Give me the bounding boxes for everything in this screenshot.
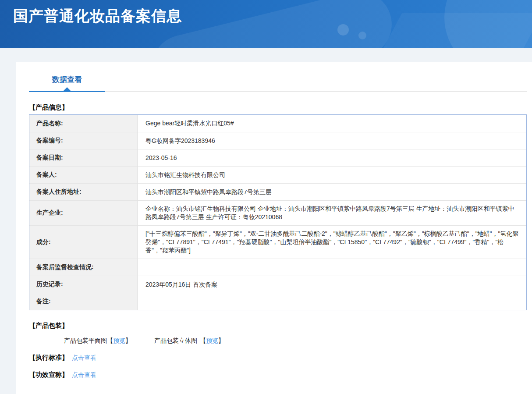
table-row-supervision: 备案后监督检查情况: [29,259,526,276]
row-value: 2023年05月16日 首次备案 [138,276,526,293]
tab-data-view[interactable]: 数据查看 [29,75,105,92]
table-row-ingredients: 成分: ["十三烷醇偏苯三酸酯"，"聚异丁烯"，"双-二甘油多酰基己二酸酯-2"… [29,225,526,259]
row-value: 粤G妆网备字2023183946 [138,132,526,149]
banner-decoration-skew [369,13,532,48]
table-row-filer: 备案人: 汕头市铭汇生物科技有限公司 [29,166,526,183]
banner-decoration-band [145,0,399,48]
table-row-remark: 备注: [29,293,526,310]
row-value: Gege bear轻时柔滑水光口红05# [138,115,526,132]
section-title-product-info: 【产品信息】 [29,103,527,112]
page-header-banner: 国产普通化妆品备案信息 [0,0,532,48]
efficacy-claim-title: 【功效宣称】 [29,371,68,379]
packaging-solid-preview-link[interactable]: 预览 [206,337,218,344]
bracket-close: 】 [218,337,224,344]
bracket-open: 【 [200,337,206,344]
row-value [138,293,526,310]
row-label: 备案人: [29,166,138,183]
table-row-product-name: 产品名称: Gege bear轻时柔滑水光口红05# [29,115,526,132]
table-row-filing-date: 备案日期: 2023-05-16 [29,149,526,166]
row-value: 汕头市铭汇生物科技有限公司 [138,166,526,183]
packaging-solid-label: 产品包装立体图 [154,337,197,344]
packaging-flat-preview-link[interactable]: 预览 [113,337,125,344]
exec-standard-row: 【执行标准】 点击查看 [29,354,527,362]
row-value [138,259,526,276]
packaging-flat-group: 产品包装平面图【预览】 [64,337,131,345]
packaging-flat-label: 产品包装平面图 [64,337,107,344]
row-label: 备案后监督检查情况: [29,259,138,276]
packaging-row: 产品包装平面图【预览】 产品包装立体图【预览】 [64,337,527,345]
table-row-filing-number: 备案编号: 粤G妆网备字2023183946 [29,132,526,149]
row-value: 2023-05-16 [138,149,526,166]
efficacy-claim-view-link[interactable]: 点击查看 [72,371,96,379]
bracket-close: 】 [125,337,131,344]
row-label: 成分: [29,225,138,259]
efficacy-claim-row: 【功效宣称】 点击查看 [29,371,527,379]
exec-standard-view-link[interactable]: 点击查看 [72,354,96,362]
content-card: 数据查看 【产品信息】 产品名称: Gege bear轻时柔滑水光口红05# 备… [16,62,532,394]
banner-decoration-circle-tiny [358,32,366,39]
table-row-history: 历史记录: 2023年05月16日 首次备案 [29,276,526,293]
exec-standard-title: 【执行标准】 [29,354,68,362]
row-label: 历史记录: [29,276,138,293]
row-label: 备注: [29,293,138,310]
bracket-open: 【 [107,337,113,344]
row-value: 企业名称：汕头市铭汇生物科技有限公司 企业地址：汕头市潮阳区和平镇紫中路凤皋路段… [138,200,526,225]
section-title-packaging: 【产品包装】 [29,322,527,330]
row-label: 产品名称: [29,115,138,132]
row-label: 备案日期: [29,149,138,166]
row-label: 生产企业: [29,200,138,225]
row-value: ["十三烷醇偏苯三酸酯"，"聚异丁烯"，"双-二甘油多酰基己二酸酯-2"，"鲸蜡… [138,225,526,259]
page-title: 国产普通化妆品备案信息 [13,6,182,26]
packaging-solid-group: 产品包装立体图【预览】 [154,337,224,345]
tab-bar: 数据查看 [29,75,527,92]
table-row-manufacturer: 生产企业: 企业名称：汕头市铭汇生物科技有限公司 企业地址：汕头市潮阳区和平镇紫… [29,200,526,225]
product-info-table: 产品名称: Gege bear轻时柔滑水光口红05# 备案编号: 粤G妆网备字2… [29,114,527,310]
row-label: 备案编号: [29,132,138,149]
banner-decoration-circle-small [337,24,349,35]
row-label: 备案人住所地址: [29,183,138,200]
table-row-filer-address: 备案人住所地址: 汕头市潮阳区和平镇紫中路凤皋路段7号第三层 [29,183,526,200]
row-value: 汕头市潮阳区和平镇紫中路凤皋路段7号第三层 [138,183,526,200]
